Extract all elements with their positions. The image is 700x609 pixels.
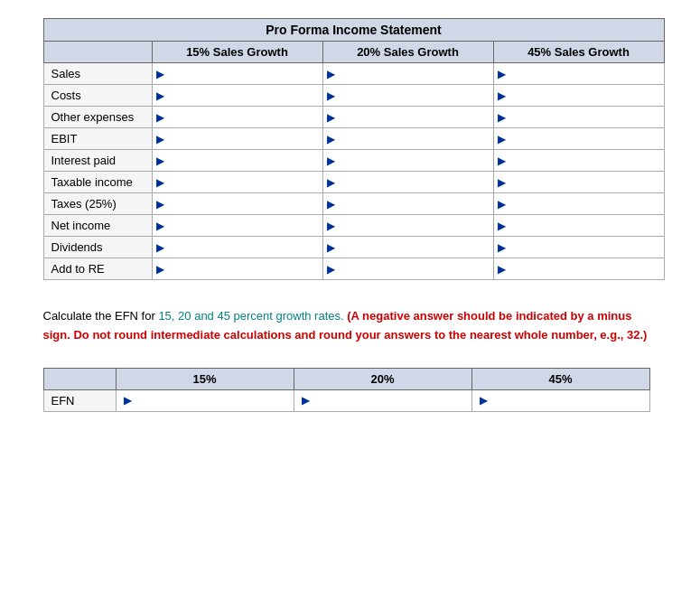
cell-dividends-15[interactable]: ▶	[152, 237, 322, 258]
efn-input-15[interactable]	[135, 394, 286, 408]
row-label-costs: Costs	[43, 85, 152, 107]
cell-sales-15[interactable]: ▶	[152, 63, 322, 85]
table-main-title-row: Pro Forma Income Statement	[43, 19, 664, 42]
input-dividends-15[interactable]	[167, 240, 319, 254]
arrow-icon: ▶	[327, 241, 335, 254]
cell-taxes-20[interactable]: ▶	[322, 193, 493, 215]
cell-sales-45[interactable]: ▶	[493, 63, 664, 85]
cell-taxable-20[interactable]: ▶	[322, 172, 493, 193]
cell-costs-15[interactable]: ▶	[152, 85, 322, 107]
cell-taxes-45[interactable]: ▶	[493, 193, 664, 215]
cell-other-15[interactable]: ▶	[152, 107, 322, 128]
input-costs-20[interactable]	[338, 89, 490, 102]
arrow-icon: ▶	[498, 176, 506, 189]
cell-interest-15[interactable]: ▶	[152, 150, 322, 172]
input-ebit-15[interactable]	[167, 132, 319, 145]
input-other-20[interactable]	[338, 110, 490, 124]
input-costs-45[interactable]	[509, 89, 660, 102]
row-label-taxes: Taxes (25%)	[43, 193, 152, 215]
cell-ebit-15[interactable]: ▶	[152, 128, 322, 150]
cell-sales-20[interactable]: ▶	[322, 63, 493, 85]
page-container: Pro Forma Income Statement 15% Sales Gro…	[43, 18, 658, 412]
table-row-dividends: Dividends ▶ ▶ ▶	[43, 237, 664, 258]
arrow-icon: ▶	[498, 241, 506, 254]
input-taxable-20[interactable]	[338, 175, 490, 189]
input-addre-45[interactable]	[509, 262, 660, 276]
col-header-label	[43, 42, 152, 63]
arrow-icon: ▶	[156, 89, 164, 102]
cell-netincome-45[interactable]: ▶	[493, 215, 664, 237]
input-other-45[interactable]	[509, 110, 660, 124]
description-regular: Calculate the EFN for 15, 20 and 45 perc…	[43, 309, 348, 323]
cell-dividends-20[interactable]: ▶	[322, 237, 493, 258]
input-costs-15[interactable]	[167, 89, 319, 102]
cell-costs-20[interactable]: ▶	[322, 85, 493, 107]
input-dividends-20[interactable]	[338, 240, 490, 254]
cell-other-20[interactable]: ▶	[322, 107, 493, 128]
efn-col-header-20: 20%	[294, 368, 471, 389]
cell-addre-15[interactable]: ▶	[152, 258, 322, 280]
input-interest-45[interactable]	[509, 154, 660, 167]
row-label-sales: Sales	[43, 63, 152, 85]
table-row-net-income: Net income ▶ ▶ ▶	[43, 215, 664, 237]
cell-netincome-15[interactable]: ▶	[152, 215, 322, 237]
cell-netincome-20[interactable]: ▶	[322, 215, 493, 237]
input-sales-45[interactable]	[509, 67, 660, 80]
input-ebit-45[interactable]	[509, 132, 660, 145]
col-header-45: 45% Sales Growth	[493, 42, 664, 63]
efn-input-45[interactable]	[490, 394, 642, 408]
efn-cell-15[interactable]: ▶	[116, 389, 294, 411]
input-dividends-45[interactable]	[509, 240, 660, 254]
table-row: Taxes (25%) ▶ ▶ ▶	[43, 193, 664, 215]
cell-taxable-45[interactable]: ▶	[493, 172, 664, 193]
pro-forma-table: Pro Forma Income Statement 15% Sales Gro…	[43, 18, 665, 280]
arrow-icon: ▶	[124, 394, 132, 407]
cell-addre-20[interactable]: ▶	[322, 258, 493, 280]
arrow-icon: ▶	[156, 198, 164, 211]
input-sales-15[interactable]	[167, 67, 319, 80]
cell-taxable-15[interactable]: ▶	[152, 172, 322, 193]
table-row: Taxable income ▶ ▶ ▶	[43, 172, 664, 193]
input-taxable-45[interactable]	[509, 175, 660, 189]
cell-interest-45[interactable]: ▶	[493, 150, 664, 172]
cell-interest-20[interactable]: ▶	[322, 150, 493, 172]
arrow-icon: ▶	[327, 68, 335, 80]
cell-ebit-20[interactable]: ▶	[322, 128, 493, 150]
col-header-15: 15% Sales Growth	[152, 42, 322, 63]
table-row: Sales ▶ ▶ ▶	[43, 63, 664, 85]
efn-input-20[interactable]	[313, 394, 464, 408]
input-netincome-15[interactable]	[167, 219, 319, 232]
efn-cell-45[interactable]: ▶	[471, 389, 649, 411]
arrow-icon: ▶	[498, 89, 506, 102]
input-other-15[interactable]	[167, 110, 319, 124]
input-taxes-15[interactable]	[167, 197, 319, 211]
cell-taxes-15[interactable]: ▶	[152, 193, 322, 215]
cell-addre-45[interactable]: ▶	[493, 258, 664, 280]
cell-costs-45[interactable]: ▶	[493, 85, 664, 107]
cell-other-45[interactable]: ▶	[493, 107, 664, 128]
input-taxes-20[interactable]	[338, 197, 490, 211]
input-addre-20[interactable]	[338, 262, 490, 276]
input-taxes-45[interactable]	[509, 197, 660, 211]
input-netincome-20[interactable]	[338, 219, 490, 232]
input-taxable-15[interactable]	[167, 175, 319, 189]
description-text: Calculate the EFN for 15, 20 and 45 perc…	[43, 307, 658, 345]
efn-header-row: 15% 20% 45%	[43, 368, 649, 389]
input-interest-15[interactable]	[167, 154, 319, 167]
input-ebit-20[interactable]	[338, 132, 490, 145]
input-addre-15[interactable]	[167, 262, 319, 276]
arrow-icon: ▶	[327, 220, 335, 232]
cell-dividends-45[interactable]: ▶	[493, 237, 664, 258]
input-netincome-45[interactable]	[509, 219, 660, 232]
arrow-icon: ▶	[327, 89, 335, 102]
efn-cell-20[interactable]: ▶	[294, 389, 471, 411]
input-interest-20[interactable]	[338, 154, 490, 167]
row-label-other-expenses: Other expenses	[43, 107, 152, 128]
cell-ebit-45[interactable]: ▶	[493, 128, 664, 150]
table-row: Costs ▶ ▶ ▶	[43, 85, 664, 107]
arrow-icon: ▶	[156, 133, 164, 145]
efn-table-row: EFN ▶ ▶ ▶	[43, 389, 649, 411]
input-sales-20[interactable]	[338, 67, 490, 80]
arrow-icon: ▶	[156, 155, 164, 167]
arrow-icon: ▶	[498, 155, 506, 167]
